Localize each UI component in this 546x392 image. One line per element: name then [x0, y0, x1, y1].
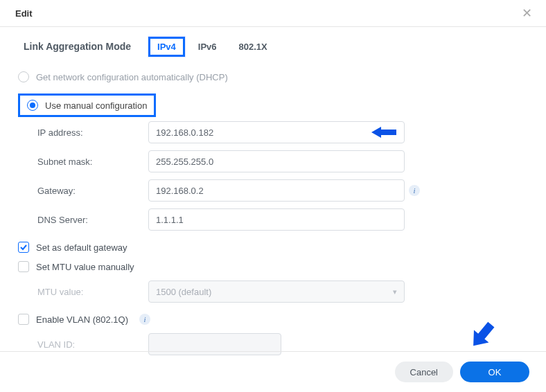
- row-mtu: MTU value: 1500 (default) ▾: [37, 280, 528, 303]
- label-mtu: MTU value:: [37, 287, 148, 297]
- dialog-footer: Cancel OK: [0, 351, 546, 392]
- select-mtu-value: 1500 (default): [156, 287, 211, 297]
- label-dns: DNS Server:: [37, 215, 148, 225]
- arrow-ip-icon: [371, 125, 396, 139]
- radio-dhcp-label: Get network configuration automatically …: [36, 72, 228, 82]
- info-gateway-icon[interactable]: i: [409, 185, 420, 196]
- tab-ipv6[interactable]: IPv6: [190, 37, 225, 56]
- checkbox-default-gw[interactable]: [18, 242, 29, 253]
- label-enable-vlan: Enable VLAN (802.1Q): [36, 314, 128, 325]
- ok-button[interactable]: OK: [460, 362, 529, 382]
- row-ip: IP address:: [37, 121, 528, 143]
- mtu-block: MTU value: 1500 (default) ▾: [18, 280, 528, 303]
- select-mtu[interactable]: 1500 (default) ▾: [148, 280, 405, 303]
- input-subnet[interactable]: [148, 150, 405, 172]
- checkbox-enable-vlan[interactable]: [18, 314, 29, 325]
- tab-ipv4[interactable]: IPv4: [149, 37, 184, 56]
- radio-manual[interactable]: [27, 100, 38, 111]
- radio-dhcp[interactable]: [18, 71, 29, 82]
- label-mtu-manual: Set MTU value manually: [36, 262, 134, 272]
- label-subnet: Subnet mask:: [37, 157, 148, 167]
- label-gateway: Gateway:: [37, 186, 148, 196]
- radio-manual-label: Use manual configuration: [45, 100, 147, 111]
- row-gateway: Gateway: i: [37, 179, 528, 202]
- checkbox-mtu-manual[interactable]: [18, 261, 29, 272]
- info-vlan-icon[interactable]: i: [139, 314, 150, 325]
- radio-dhcp-row[interactable]: Get network configuration automatically …: [18, 67, 528, 87]
- input-gateway[interactable]: [148, 179, 405, 202]
- row-enable-vlan[interactable]: Enable VLAN (802.1Q) i: [18, 310, 528, 329]
- row-subnet: Subnet mask:: [37, 150, 528, 172]
- tab-bar: Link Aggregation Mode IPv4 IPv6 802.1X: [0, 27, 546, 64]
- tab-8021x[interactable]: 802.1X: [231, 37, 276, 56]
- svg-marker-1: [466, 319, 498, 353]
- dialog-title: Edit: [15, 8, 33, 19]
- row-dns: DNS Server:: [37, 208, 528, 231]
- label-vlan-id: VLAN ID:: [37, 339, 148, 350]
- close-icon[interactable]: ✕: [522, 7, 532, 19]
- config-section: Get network configuration automatically …: [0, 64, 546, 355]
- svg-marker-0: [371, 127, 396, 138]
- dialog-header: Edit ✕: [0, 0, 546, 27]
- input-dns[interactable]: [148, 208, 405, 231]
- radio-manual-highlight: Use manual configuration: [18, 93, 156, 117]
- label-default-gw: Set as default gateway: [36, 242, 127, 253]
- input-ip[interactable]: [148, 121, 405, 143]
- tab-link-aggregation[interactable]: Link Aggregation Mode: [15, 37, 139, 56]
- row-mtu-manual[interactable]: Set MTU value manually: [18, 257, 528, 276]
- manual-fields: IP address: Subnet mask: Gateway: i DNS …: [18, 121, 528, 231]
- arrow-ok-icon: [464, 317, 500, 353]
- chevron-down-icon: ▾: [393, 287, 397, 296]
- row-default-gw[interactable]: Set as default gateway: [18, 238, 528, 257]
- label-ip: IP address:: [37, 127, 148, 138]
- cancel-button[interactable]: Cancel: [395, 362, 453, 382]
